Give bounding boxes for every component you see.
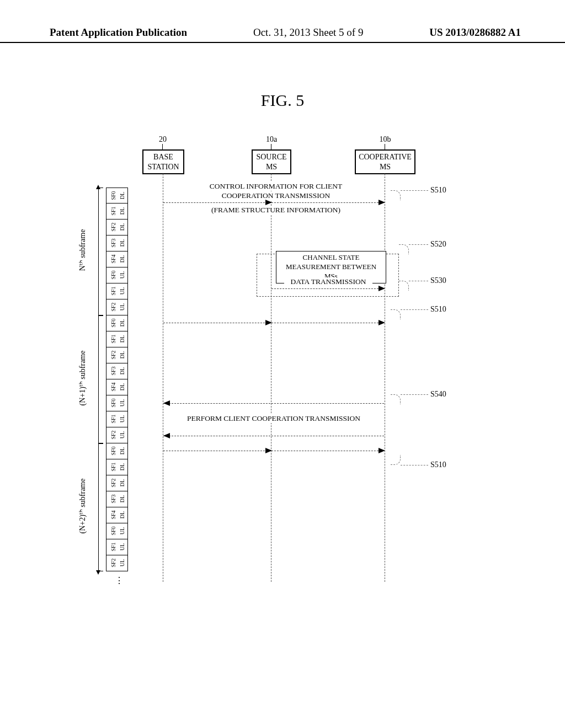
- subframe-cell: ULSF1: [106, 539, 128, 555]
- bracket-arrow-down: [96, 570, 100, 575]
- arrow-s530: [271, 288, 384, 289]
- subframe-dir: UL: [119, 287, 125, 295]
- subframe-cell: DLSF2: [106, 220, 128, 235]
- leader-hook-s510c: [391, 455, 401, 465]
- subframe-sf: SF0: [110, 270, 116, 279]
- subframe-sf: SF4: [110, 382, 116, 391]
- subframe-cell: DLSF1: [106, 331, 128, 347]
- arrow-head-s540-bot: [163, 433, 170, 438]
- date-sheet: Oct. 31, 2013 Sheet 5 of 9: [253, 26, 363, 39]
- subframe-dir: UL: [119, 431, 125, 438]
- lifeline-coop-ms: [385, 174, 385, 582]
- arrow-head-s510c-src: [265, 448, 272, 453]
- group-label-n2: (N+2)ᵗʰ subframe: [78, 479, 87, 534]
- lifeline-source-ms: [271, 174, 271, 582]
- subframe-column: DLSF0DLSF1DLSF2DLSF3DLSF4ULSF0ULSF1ULSF2…: [106, 188, 128, 571]
- subframe-cell: DLSF3: [106, 235, 128, 251]
- subframe-cell: ULSF0: [106, 395, 128, 411]
- arrow-head-s530: [379, 286, 385, 291]
- subframe-dir: DL: [119, 495, 125, 502]
- leader-s510a: [401, 190, 428, 191]
- subframe-dir: UL: [119, 399, 125, 406]
- subframe-cell: ULSF2: [106, 427, 128, 443]
- leader-s540: [401, 394, 428, 395]
- sequence-diagram: 20 10a 10b BASE STATION SOURCE MS COOPER…: [72, 135, 502, 631]
- tick-line: [271, 144, 271, 149]
- source-ms-label-2: MS: [255, 162, 288, 172]
- subframe-sf: SF3: [110, 366, 116, 375]
- leader-s530: [409, 281, 428, 281]
- publication-type: Patent Application Publication: [50, 26, 187, 39]
- arrow-s510b: [163, 323, 384, 323]
- arrow-head-s540-top: [163, 400, 170, 406]
- arrow-head-s510c-coop: [379, 448, 385, 453]
- step-s540: S540: [430, 390, 446, 399]
- coop-ms-label-1: COOPERATIVE: [358, 152, 412, 162]
- subframe-dir: DL: [119, 319, 125, 326]
- leader-hook-s510a: [391, 190, 401, 200]
- step-s510b: S510: [430, 305, 446, 314]
- leader-s510c: [401, 465, 428, 465]
- subframe-sf: SF1: [110, 206, 116, 215]
- subframe-cell: ULSF0: [106, 523, 128, 539]
- base-station-label-2: STATION: [146, 162, 181, 172]
- subframe-dir: DL: [119, 207, 125, 215]
- subframe-sf: SF2: [110, 478, 116, 487]
- subframe-cell: DLSF3: [106, 491, 128, 507]
- msg-s510-line2: COOPERATION TRANSMISSION: [188, 191, 364, 200]
- subframe-cell: DLSF1: [106, 459, 128, 475]
- arrow-head-s510b-coop: [379, 320, 385, 325]
- step-s530: S530: [430, 276, 446, 285]
- msg-s540: PERFORM CLIENT COOPERATION TRANSMISSION: [180, 414, 367, 423]
- base-station-label-1: BASE: [146, 152, 181, 162]
- subframe-sf: SF1: [110, 542, 116, 551]
- bracket-n1: [98, 315, 103, 443]
- subframe-dir: DL: [119, 255, 125, 263]
- subframe-dir: UL: [119, 527, 125, 534]
- vertical-ellipsis: ⋮: [115, 575, 124, 586]
- subframe-cell: ULSF1: [106, 283, 128, 299]
- subframe-cell: DLSF0: [106, 188, 128, 204]
- subframe-sf: SF0: [110, 398, 116, 407]
- arrow-s540-bot: [163, 436, 384, 436]
- subframe-dir: DL: [119, 367, 125, 374]
- subframe-sf: SF2: [110, 558, 116, 567]
- bracket-arrow-up: [96, 185, 100, 189]
- subframe-dir: DL: [119, 511, 125, 518]
- subframe-dir: UL: [119, 415, 125, 422]
- subframe-sf: SF1: [110, 286, 116, 295]
- source-ms-ref-num: 10a: [260, 135, 282, 144]
- arrow-head-s510-src: [265, 200, 272, 205]
- tick-line: [385, 144, 385, 149]
- leader-hook-s530: [399, 281, 409, 291]
- subframe-dir: UL: [119, 271, 125, 279]
- publication-number: US 2013/0286882 A1: [429, 26, 521, 39]
- arrow-head-s510-coop: [379, 200, 385, 205]
- subframe-sf: SF0: [110, 191, 116, 200]
- page-header: Patent Application Publication Oct. 31, …: [0, 26, 565, 43]
- subframe-cell: ULSF0: [106, 267, 128, 283]
- subframe-dir: DL: [119, 239, 125, 247]
- subframe-cell: ULSF2: [106, 555, 128, 571]
- subframe-sf: SF2: [110, 350, 116, 359]
- subframe-cell: DLSF4: [106, 379, 128, 395]
- subframe-dir: DL: [119, 383, 125, 390]
- leader-s520: [409, 244, 428, 245]
- subframe-dir: DL: [119, 223, 125, 231]
- subframe-dir: DL: [119, 463, 125, 470]
- step-s520: S520: [430, 240, 446, 249]
- subframe-cell: DLSF0: [106, 443, 128, 459]
- subframe-sf: SF0: [110, 526, 116, 535]
- msg-s510-line3: (FRAME STRUCTURE INFORMATION): [188, 206, 364, 215]
- base-station-box: BASE STATION: [142, 149, 184, 174]
- subframe-sf: SF0: [110, 446, 116, 455]
- msg-s530: DATA TRANSMISSION: [284, 277, 372, 286]
- source-ms-label-1: SOURCE: [255, 152, 288, 162]
- arrow-s540-top: [163, 403, 384, 404]
- bracket-n2: [98, 443, 103, 571]
- subframe-cell: DLSF3: [106, 363, 128, 379]
- leader-s510b: [401, 309, 428, 310]
- msg-s510-line1: CONTROL INFORMATION FOR CLIENT: [188, 182, 364, 191]
- subframe-cell: ULSF2: [106, 299, 128, 315]
- subframe-dir: DL: [119, 447, 125, 454]
